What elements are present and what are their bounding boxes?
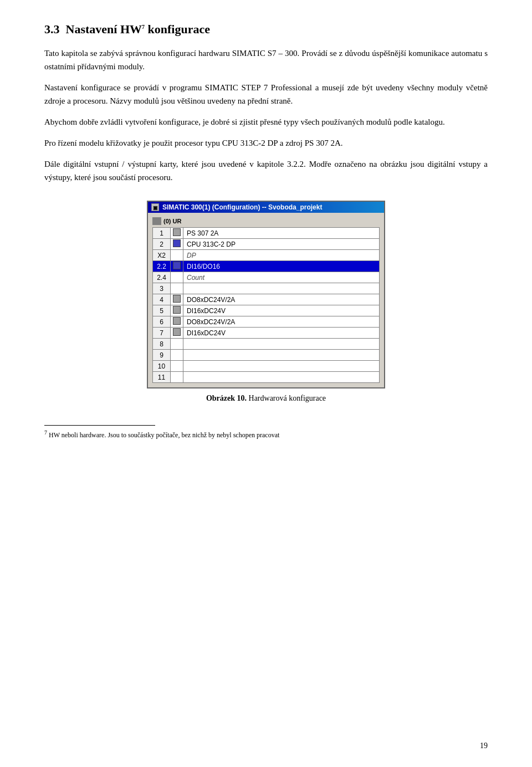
paragraph-5: Dále digitální vstupní / výstupní karty,… bbox=[44, 157, 488, 184]
chapter-title-suffix: konfigurace bbox=[148, 22, 210, 36]
module-icon-cell bbox=[171, 328, 183, 339]
table-row: 10 bbox=[153, 361, 380, 372]
module-icon bbox=[173, 328, 181, 336]
module-name-cell: DO8xDC24V/2A bbox=[183, 294, 380, 305]
slot-cell: X2 bbox=[153, 250, 171, 261]
module-icon bbox=[173, 262, 181, 269]
module-icon bbox=[173, 228, 181, 236]
window-icon: ▣ bbox=[151, 203, 159, 211]
slot-cell: 2.4 bbox=[153, 272, 171, 283]
module-icon-cell bbox=[171, 305, 183, 316]
figure-container: ▣ SIMATIC 300(1) (Configuration) -- Svob… bbox=[44, 201, 488, 403]
chapter-title: 3.3 Nastavení HW7 konfigurace bbox=[44, 22, 488, 37]
slot-cell: 5 bbox=[153, 305, 171, 316]
table-row: 8 bbox=[153, 339, 380, 350]
figure-caption: Obrázek 10. Hardwarová konfigurace bbox=[206, 394, 326, 403]
module-name-cell bbox=[183, 283, 380, 294]
rack-label-text: (0) UR bbox=[163, 218, 181, 224]
module-icon-cell bbox=[171, 372, 183, 383]
paragraph-3: Abychom dobře zvládli vytvoření konfigur… bbox=[44, 115, 488, 129]
module-icon bbox=[173, 306, 181, 314]
caption-text: Hardwarová konfigurace bbox=[249, 394, 326, 402]
slot-cell: 3 bbox=[153, 283, 171, 294]
footnote-line bbox=[44, 425, 155, 426]
module-name-cell bbox=[183, 361, 380, 372]
module-icon-cell bbox=[171, 316, 183, 328]
module-icon-cell bbox=[171, 239, 183, 250]
slot-cell: 10 bbox=[153, 361, 171, 372]
table-row: 5DI16xDC24V bbox=[153, 305, 380, 316]
module-name-cell: CPU 313C-2 DP bbox=[183, 239, 380, 250]
table-row: 2.2DI16/DO16 bbox=[153, 261, 380, 272]
module-icon-cell bbox=[171, 261, 183, 272]
module-name-cell bbox=[183, 350, 380, 361]
table-row: 9 bbox=[153, 350, 380, 361]
module-name-cell: DI16xDC24V bbox=[183, 328, 380, 339]
chapter-title-text: Nastavení HW bbox=[66, 22, 142, 36]
module-icon-cell bbox=[171, 339, 183, 350]
module-icon bbox=[173, 239, 181, 247]
module-icon-cell bbox=[171, 294, 183, 305]
table-row: 2.4Count bbox=[153, 272, 380, 283]
slot-cell: 11 bbox=[153, 372, 171, 383]
slot-cell: 1 bbox=[153, 228, 171, 239]
hw-body: (0) UR 1PS 307 2A2CPU 313C-2 DPX2DP2.2DI… bbox=[148, 213, 384, 387]
module-icon-cell bbox=[171, 250, 183, 261]
module-name-cell: DP bbox=[183, 250, 380, 261]
table-row: 3 bbox=[153, 283, 380, 294]
module-name-cell bbox=[183, 372, 380, 383]
footnote-number: 7 bbox=[44, 429, 47, 436]
footnote-text-content: HW neboli hardware. Jsou to součástky po… bbox=[49, 431, 279, 439]
footnote: 7 HW neboli hardware. Jsou to součástky … bbox=[44, 429, 488, 440]
module-icon-cell bbox=[171, 350, 183, 361]
hw-window-title: SIMATIC 300(1) (Configuration) -- Svobod… bbox=[162, 203, 322, 211]
chapter-superscript: 7 bbox=[142, 24, 145, 30]
slot-cell: 9 bbox=[153, 350, 171, 361]
rack-icon bbox=[152, 217, 161, 225]
module-icon bbox=[173, 295, 181, 303]
slot-cell: 8 bbox=[153, 339, 171, 350]
module-icon-cell bbox=[171, 228, 183, 239]
table-row: X2DP bbox=[153, 250, 380, 261]
paragraph-2: Nastavení konfigurace se provádí v progr… bbox=[44, 81, 488, 108]
table-row: 6DO8xDC24V/2A bbox=[153, 316, 380, 328]
module-icon bbox=[173, 317, 181, 325]
page-number: 19 bbox=[480, 742, 488, 750]
module-name-cell: DI16xDC24V bbox=[183, 305, 380, 316]
paragraph-1: Tato kapitola se zabývá správnou konfigu… bbox=[44, 47, 488, 73]
slot-cell: 2.2 bbox=[153, 261, 171, 272]
hw-config-window: ▣ SIMATIC 300(1) (Configuration) -- Svob… bbox=[147, 201, 385, 388]
table-row: 7DI16xDC24V bbox=[153, 328, 380, 339]
slot-cell: 7 bbox=[153, 328, 171, 339]
module-icon-cell bbox=[171, 272, 183, 283]
table-row: 11 bbox=[153, 372, 380, 383]
module-icon-cell bbox=[171, 283, 183, 294]
slot-cell: 6 bbox=[153, 316, 171, 328]
slot-cell: 2 bbox=[153, 239, 171, 250]
table-row: 1PS 307 2A bbox=[153, 228, 380, 239]
module-name-cell: Count bbox=[183, 272, 380, 283]
module-name-cell bbox=[183, 339, 380, 350]
slot-cell: 4 bbox=[153, 294, 171, 305]
paragraph-4: Pro řízení modelu křižovatky je použit p… bbox=[44, 136, 488, 150]
rack-label: (0) UR bbox=[152, 217, 380, 225]
chapter-number: 3.3 bbox=[44, 22, 60, 36]
module-name-cell: PS 307 2A bbox=[183, 228, 380, 239]
table-row: 4DO8xDC24V/2A bbox=[153, 294, 380, 305]
hw-config-table: 1PS 307 2A2CPU 313C-2 DPX2DP2.2DI16/DO16… bbox=[152, 227, 380, 383]
module-icon-cell bbox=[171, 361, 183, 372]
module-name-cell: DI16/DO16 bbox=[183, 261, 380, 272]
module-name-cell: DO8xDC24V/2A bbox=[183, 316, 380, 328]
table-row: 2CPU 313C-2 DP bbox=[153, 239, 380, 250]
hw-titlebar: ▣ SIMATIC 300(1) (Configuration) -- Svob… bbox=[148, 202, 384, 213]
caption-prefix: Obrázek 10. bbox=[206, 394, 247, 402]
